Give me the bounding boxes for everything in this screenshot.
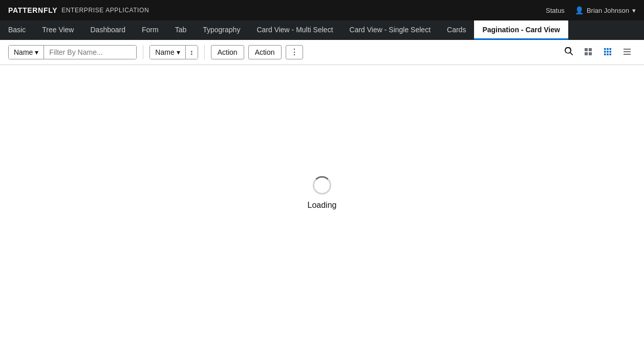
sort-direction-icon: ↕: [190, 48, 194, 56]
status-button[interactable]: Status: [542, 5, 569, 16]
sort-chevron-icon: ▾: [177, 48, 180, 56]
list-view-icon: [623, 48, 631, 56]
svg-rect-15: [624, 54, 631, 55]
tab-tree-view[interactable]: Tree View: [34, 20, 82, 40]
tab-form[interactable]: Form: [134, 20, 167, 40]
action-button-1[interactable]: Action: [211, 45, 244, 59]
user-icon: 👤: [575, 6, 584, 14]
sort-direction-button[interactable]: ↕: [186, 46, 198, 59]
svg-rect-14: [624, 51, 631, 52]
user-name: Brian Johnson: [587, 7, 629, 14]
action-button-2[interactable]: Action: [248, 45, 282, 59]
brand-logo: PATTERNFLY: [8, 6, 57, 14]
top-bar-right: Status 👤 Brian Johnson ▾: [542, 5, 636, 16]
toolbar-right-actions: [560, 44, 636, 60]
brand-subtitle: ENTERPRISE APPLICATION: [61, 7, 149, 14]
filter-input[interactable]: [44, 46, 136, 59]
tab-card-view-multi[interactable]: Card View - Multi Select: [248, 20, 341, 40]
brand-section: PATTERNFLY ENTERPRISE APPLICATION: [8, 6, 149, 14]
filter-select-label: Name: [14, 48, 33, 56]
view-small-grid-button[interactable]: [599, 45, 616, 60]
svg-rect-10: [604, 53, 606, 55]
user-chevron-icon: ▾: [632, 7, 636, 14]
svg-rect-2: [585, 52, 588, 55]
tab-typography[interactable]: Typography: [195, 20, 248, 40]
tab-card-view-single[interactable]: Card View - Single Select: [341, 20, 439, 40]
tab-dashboard[interactable]: Dashboard: [82, 20, 134, 40]
svg-rect-5: [607, 48, 609, 50]
svg-rect-6: [610, 48, 612, 50]
user-menu[interactable]: 👤 Brian Johnson ▾: [575, 6, 636, 14]
filter-select-button[interactable]: Name ▾: [9, 46, 44, 59]
svg-rect-11: [607, 53, 609, 55]
kebab-menu-button[interactable]: ⋮: [286, 45, 303, 59]
kebab-icon: ⋮: [290, 48, 298, 56]
svg-rect-3: [589, 52, 592, 55]
main-content: Loading: [0, 65, 644, 321]
svg-rect-4: [604, 48, 606, 50]
top-bar: PATTERNFLY ENTERPRISE APPLICATION Status…: [0, 0, 644, 20]
view-large-grid-button[interactable]: [579, 45, 597, 60]
small-grid-icon: [604, 48, 612, 56]
search-button[interactable]: [560, 44, 577, 60]
loading-text: Loading: [308, 201, 337, 210]
tab-cards[interactable]: Cards: [439, 20, 474, 40]
tab-basic[interactable]: Basic: [0, 20, 34, 40]
toolbar-divider-2: [204, 45, 205, 59]
loading-spinner: [313, 176, 331, 195]
svg-rect-13: [624, 49, 631, 50]
toolbar-divider: [143, 45, 143, 59]
tab-pagination-card-view[interactable]: Pagination - Card View: [474, 20, 568, 40]
search-icon: [565, 47, 573, 55]
main-nav: Basic Tree View Dashboard Form Tab Typog…: [0, 20, 644, 40]
svg-rect-9: [610, 51, 612, 53]
filter-group: Name ▾: [8, 45, 137, 59]
toolbar: Name ▾ Name ▾ ↕ Action Action ⋮: [0, 40, 644, 65]
sort-group: Name ▾ ↕: [149, 45, 198, 59]
svg-rect-8: [607, 51, 609, 53]
view-list-button[interactable]: [618, 45, 636, 60]
sort-select-button[interactable]: Name ▾: [150, 46, 185, 59]
tab-tab[interactable]: Tab: [167, 20, 195, 40]
sort-select-label: Name: [155, 48, 174, 56]
filter-select-chevron-icon: ▾: [35, 48, 38, 56]
svg-rect-7: [604, 51, 606, 53]
large-grid-icon: [584, 48, 592, 56]
svg-rect-1: [589, 48, 592, 51]
svg-rect-12: [610, 53, 612, 55]
svg-rect-0: [585, 48, 588, 51]
